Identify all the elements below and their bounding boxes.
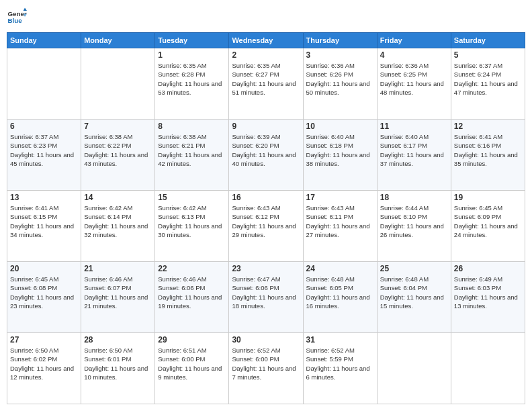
calendar-cell: 22Sunrise: 6:46 AM Sunset: 6:06 PM Dayli… bbox=[155, 262, 229, 333]
day-info: Sunrise: 6:45 AM Sunset: 6:08 PM Dayligh… bbox=[10, 275, 78, 310]
day-info: Sunrise: 6:41 AM Sunset: 6:15 PM Dayligh… bbox=[10, 203, 78, 239]
day-info: Sunrise: 6:45 AM Sunset: 6:09 PM Dayligh… bbox=[454, 203, 522, 239]
calendar-cell: 27Sunrise: 6:50 AM Sunset: 6:02 PM Dayli… bbox=[7, 333, 81, 404]
calendar-cell bbox=[7, 48, 81, 120]
calendar-cell: 8Sunrise: 6:38 AM Sunset: 6:21 PM Daylig… bbox=[155, 120, 229, 191]
calendar-cell: 19Sunrise: 6:45 AM Sunset: 6:09 PM Dayli… bbox=[451, 191, 525, 262]
calendar-week-2: 13Sunrise: 6:41 AM Sunset: 6:15 PM Dayli… bbox=[7, 191, 525, 262]
calendar-cell: 4Sunrise: 6:36 AM Sunset: 6:25 PM Daylig… bbox=[377, 48, 451, 120]
day-info: Sunrise: 6:50 AM Sunset: 6:01 PM Dayligh… bbox=[84, 346, 152, 381]
calendar-cell: 26Sunrise: 6:49 AM Sunset: 6:03 PM Dayli… bbox=[451, 262, 525, 333]
day-number: 6 bbox=[10, 122, 78, 131]
day-info: Sunrise: 6:37 AM Sunset: 6:24 PM Dayligh… bbox=[454, 61, 522, 97]
header-cell-tuesday: Tuesday bbox=[155, 33, 229, 48]
calendar-cell: 30Sunrise: 6:52 AM Sunset: 6:00 PM Dayli… bbox=[229, 333, 303, 404]
calendar-cell: 7Sunrise: 6:38 AM Sunset: 6:22 PM Daylig… bbox=[81, 120, 155, 191]
day-number: 19 bbox=[454, 193, 522, 202]
day-number: 20 bbox=[10, 264, 78, 273]
day-number: 5 bbox=[454, 50, 522, 60]
day-info: Sunrise: 6:46 AM Sunset: 6:06 PM Dayligh… bbox=[158, 275, 226, 310]
day-info: Sunrise: 6:49 AM Sunset: 6:03 PM Dayligh… bbox=[454, 275, 522, 310]
calendar-cell: 2Sunrise: 6:35 AM Sunset: 6:27 PM Daylig… bbox=[229, 48, 303, 120]
day-number: 31 bbox=[306, 335, 374, 345]
calendar-body: 1Sunrise: 6:35 AM Sunset: 6:28 PM Daylig… bbox=[7, 48, 525, 404]
day-number: 2 bbox=[232, 50, 300, 60]
calendar-cell: 10Sunrise: 6:40 AM Sunset: 6:18 PM Dayli… bbox=[303, 120, 377, 191]
day-number: 10 bbox=[306, 122, 374, 131]
day-info: Sunrise: 6:35 AM Sunset: 6:28 PM Dayligh… bbox=[158, 61, 226, 97]
day-info: Sunrise: 6:48 AM Sunset: 6:04 PM Dayligh… bbox=[380, 275, 448, 310]
header-cell-saturday: Saturday bbox=[451, 33, 525, 48]
day-info: Sunrise: 6:50 AM Sunset: 6:02 PM Dayligh… bbox=[10, 346, 78, 381]
day-info: Sunrise: 6:40 AM Sunset: 6:18 PM Dayligh… bbox=[306, 132, 374, 168]
calendar-cell: 1Sunrise: 6:35 AM Sunset: 6:28 PM Daylig… bbox=[155, 48, 229, 120]
day-info: Sunrise: 6:47 AM Sunset: 6:06 PM Dayligh… bbox=[232, 275, 300, 310]
calendar-cell: 29Sunrise: 6:51 AM Sunset: 6:00 PM Dayli… bbox=[155, 333, 229, 404]
day-number: 4 bbox=[380, 50, 448, 60]
calendar-week-0: 1Sunrise: 6:35 AM Sunset: 6:28 PM Daylig… bbox=[7, 48, 525, 120]
header: General Blue bbox=[7, 7, 525, 27]
day-number: 21 bbox=[84, 264, 152, 273]
day-number: 11 bbox=[380, 122, 448, 131]
calendar-cell: 13Sunrise: 6:41 AM Sunset: 6:15 PM Dayli… bbox=[7, 191, 81, 262]
day-number: 25 bbox=[380, 264, 448, 273]
calendar-week-1: 6Sunrise: 6:37 AM Sunset: 6:23 PM Daylig… bbox=[7, 120, 525, 191]
svg-text:General: General bbox=[8, 10, 28, 17]
calendar-table: SundayMondayTuesdayWednesdayThursdayFrid… bbox=[7, 32, 525, 404]
calendar-cell: 11Sunrise: 6:40 AM Sunset: 6:17 PM Dayli… bbox=[377, 120, 451, 191]
day-number: 27 bbox=[10, 335, 78, 345]
calendar-cell: 25Sunrise: 6:48 AM Sunset: 6:04 PM Dayli… bbox=[377, 262, 451, 333]
calendar-cell: 23Sunrise: 6:47 AM Sunset: 6:06 PM Dayli… bbox=[229, 262, 303, 333]
day-number: 17 bbox=[306, 193, 374, 202]
calendar-cell: 24Sunrise: 6:48 AM Sunset: 6:05 PM Dayli… bbox=[303, 262, 377, 333]
day-info: Sunrise: 6:38 AM Sunset: 6:22 PM Dayligh… bbox=[84, 132, 152, 168]
calendar-week-3: 20Sunrise: 6:45 AM Sunset: 6:08 PM Dayli… bbox=[7, 262, 525, 333]
day-info: Sunrise: 6:42 AM Sunset: 6:14 PM Dayligh… bbox=[84, 203, 152, 239]
calendar-week-4: 27Sunrise: 6:50 AM Sunset: 6:02 PM Dayli… bbox=[7, 333, 525, 404]
header-cell-thursday: Thursday bbox=[303, 33, 377, 48]
calendar-cell: 5Sunrise: 6:37 AM Sunset: 6:24 PM Daylig… bbox=[451, 48, 525, 120]
day-number: 1 bbox=[158, 50, 226, 60]
day-number: 26 bbox=[454, 264, 522, 273]
calendar-header: SundayMondayTuesdayWednesdayThursdayFrid… bbox=[7, 33, 525, 48]
calendar-cell bbox=[81, 48, 155, 120]
day-number: 22 bbox=[158, 264, 226, 273]
day-info: Sunrise: 6:44 AM Sunset: 6:10 PM Dayligh… bbox=[380, 203, 448, 239]
logo-icon: General Blue bbox=[7, 7, 27, 27]
calendar-cell bbox=[377, 333, 451, 404]
calendar-cell: 18Sunrise: 6:44 AM Sunset: 6:10 PM Dayli… bbox=[377, 191, 451, 262]
day-number: 14 bbox=[84, 193, 152, 202]
calendar-cell: 14Sunrise: 6:42 AM Sunset: 6:14 PM Dayli… bbox=[81, 191, 155, 262]
day-info: Sunrise: 6:38 AM Sunset: 6:21 PM Dayligh… bbox=[158, 132, 226, 168]
day-info: Sunrise: 6:48 AM Sunset: 6:05 PM Dayligh… bbox=[306, 275, 374, 310]
calendar-cell: 17Sunrise: 6:43 AM Sunset: 6:11 PM Dayli… bbox=[303, 191, 377, 262]
day-number: 23 bbox=[232, 264, 300, 273]
day-info: Sunrise: 6:46 AM Sunset: 6:07 PM Dayligh… bbox=[84, 275, 152, 310]
calendar-cell: 28Sunrise: 6:50 AM Sunset: 6:01 PM Dayli… bbox=[81, 333, 155, 404]
calendar-cell: 20Sunrise: 6:45 AM Sunset: 6:08 PM Dayli… bbox=[7, 262, 81, 333]
day-info: Sunrise: 6:41 AM Sunset: 6:16 PM Dayligh… bbox=[454, 132, 522, 168]
header-cell-friday: Friday bbox=[377, 33, 451, 48]
calendar-cell: 12Sunrise: 6:41 AM Sunset: 6:16 PM Dayli… bbox=[451, 120, 525, 191]
day-number: 3 bbox=[306, 50, 374, 60]
day-info: Sunrise: 6:36 AM Sunset: 6:26 PM Dayligh… bbox=[306, 61, 374, 97]
day-number: 7 bbox=[84, 122, 152, 131]
header-row: SundayMondayTuesdayWednesdayThursdayFrid… bbox=[7, 33, 525, 48]
svg-text:Blue: Blue bbox=[8, 17, 23, 24]
calendar-cell: 16Sunrise: 6:43 AM Sunset: 6:12 PM Dayli… bbox=[229, 191, 303, 262]
day-number: 15 bbox=[158, 193, 226, 202]
day-number: 13 bbox=[10, 193, 78, 202]
calendar-cell: 6Sunrise: 6:37 AM Sunset: 6:23 PM Daylig… bbox=[7, 120, 81, 191]
day-info: Sunrise: 6:52 AM Sunset: 6:00 PM Dayligh… bbox=[232, 346, 300, 381]
calendar-cell: 9Sunrise: 6:39 AM Sunset: 6:20 PM Daylig… bbox=[229, 120, 303, 191]
day-info: Sunrise: 6:39 AM Sunset: 6:20 PM Dayligh… bbox=[232, 132, 300, 168]
header-cell-sunday: Sunday bbox=[7, 33, 81, 48]
calendar-cell: 15Sunrise: 6:42 AM Sunset: 6:13 PM Dayli… bbox=[155, 191, 229, 262]
day-info: Sunrise: 6:52 AM Sunset: 5:59 PM Dayligh… bbox=[306, 346, 374, 381]
day-number: 29 bbox=[158, 335, 226, 345]
day-info: Sunrise: 6:37 AM Sunset: 6:23 PM Dayligh… bbox=[10, 132, 78, 168]
calendar-cell bbox=[451, 333, 525, 404]
day-number: 24 bbox=[306, 264, 374, 273]
day-number: 12 bbox=[454, 122, 522, 131]
header-cell-monday: Monday bbox=[81, 33, 155, 48]
